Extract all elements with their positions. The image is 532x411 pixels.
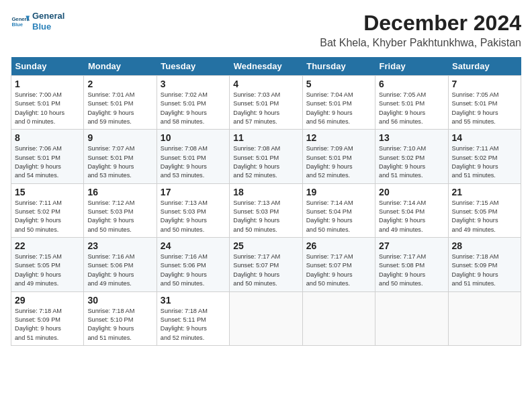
day-info: Sunrise: 7:00 AM Sunset: 5:01 PM Dayligh… [15, 91, 80, 126]
day-info: Sunrise: 7:13 AM Sunset: 5:03 PM Dayligh… [161, 199, 226, 234]
day-number: 9 [87, 132, 152, 143]
column-header-saturday: Saturday [448, 57, 521, 76]
day-info: Sunrise: 7:17 AM Sunset: 5:07 PM Dayligh… [233, 253, 298, 288]
day-info: Sunrise: 7:14 AM Sunset: 5:04 PM Dayligh… [379, 199, 444, 234]
day-number: 31 [161, 295, 226, 306]
logo-general: General [32, 11, 64, 21]
day-number: 22 [15, 240, 80, 251]
calendar-week-1: 1Sunrise: 7:00 AM Sunset: 5:01 PM Daylig… [11, 76, 521, 130]
day-info: Sunrise: 7:16 AM Sunset: 5:06 PM Dayligh… [87, 253, 152, 288]
calendar-cell: 24Sunrise: 7:16 AM Sunset: 5:06 PM Dayli… [157, 238, 229, 291]
day-number: 21 [452, 187, 517, 197]
day-number: 1 [15, 79, 80, 89]
calendar-cell: 28Sunrise: 7:18 AM Sunset: 5:09 PM Dayli… [448, 238, 521, 291]
calendar-cell: 9Sunrise: 7:07 AM Sunset: 5:01 PM Daylig… [84, 130, 157, 183]
day-number: 8 [15, 132, 80, 143]
day-number: 4 [233, 79, 298, 89]
day-info: Sunrise: 7:05 AM Sunset: 5:01 PM Dayligh… [379, 91, 444, 126]
day-info: Sunrise: 7:08 AM Sunset: 5:01 PM Dayligh… [161, 144, 226, 180]
calendar-cell: 18Sunrise: 7:13 AM Sunset: 5:03 PM Dayli… [230, 183, 302, 237]
day-info: Sunrise: 7:13 AM Sunset: 5:03 PM Dayligh… [233, 199, 298, 234]
calendar-cell: 15Sunrise: 7:11 AM Sunset: 5:02 PM Dayli… [11, 183, 84, 237]
calendar-cell: 10Sunrise: 7:08 AM Sunset: 5:01 PM Dayli… [157, 130, 229, 183]
day-info: Sunrise: 7:01 AM Sunset: 5:01 PM Dayligh… [87, 91, 152, 126]
day-info: Sunrise: 7:11 AM Sunset: 5:02 PM Dayligh… [452, 144, 517, 180]
day-number: 16 [87, 187, 152, 197]
day-info: Sunrise: 7:12 AM Sunset: 5:03 PM Dayligh… [87, 199, 152, 234]
calendar-cell: 27Sunrise: 7:17 AM Sunset: 5:08 PM Dayli… [375, 238, 448, 291]
day-info: Sunrise: 7:05 AM Sunset: 5:01 PM Dayligh… [452, 91, 517, 126]
calendar-cell: 1Sunrise: 7:00 AM Sunset: 5:01 PM Daylig… [11, 76, 84, 130]
column-header-thursday: Thursday [302, 57, 375, 76]
logo-icon: General Blue [11, 12, 30, 31]
day-info: Sunrise: 7:16 AM Sunset: 5:06 PM Dayligh… [161, 253, 226, 288]
day-info: Sunrise: 7:18 AM Sunset: 5:10 PM Dayligh… [87, 307, 152, 342]
day-number: 6 [379, 79, 444, 89]
column-header-sunday: Sunday [11, 57, 84, 76]
calendar-cell: 25Sunrise: 7:17 AM Sunset: 5:07 PM Dayli… [230, 238, 302, 291]
day-info: Sunrise: 7:15 AM Sunset: 5:05 PM Dayligh… [452, 199, 517, 234]
day-info: Sunrise: 7:02 AM Sunset: 5:01 PM Dayligh… [161, 91, 226, 126]
day-info: Sunrise: 7:06 AM Sunset: 5:01 PM Dayligh… [15, 144, 80, 180]
calendar-week-4: 22Sunrise: 7:15 AM Sunset: 5:05 PM Dayli… [11, 238, 521, 291]
day-info: Sunrise: 7:15 AM Sunset: 5:05 PM Dayligh… [15, 253, 80, 288]
calendar-cell: 13Sunrise: 7:10 AM Sunset: 5:02 PM Dayli… [375, 130, 448, 183]
day-info: Sunrise: 7:10 AM Sunset: 5:02 PM Dayligh… [379, 144, 444, 180]
calendar-cell: 7Sunrise: 7:05 AM Sunset: 5:01 PM Daylig… [448, 76, 521, 130]
calendar-cell: 6Sunrise: 7:05 AM Sunset: 5:01 PM Daylig… [375, 76, 448, 130]
day-number: 26 [306, 240, 371, 251]
calendar-cell: 22Sunrise: 7:15 AM Sunset: 5:05 PM Dayli… [11, 238, 84, 291]
calendar-week-3: 15Sunrise: 7:11 AM Sunset: 5:02 PM Dayli… [11, 183, 521, 237]
day-number: 3 [161, 79, 226, 89]
calendar-cell: 19Sunrise: 7:14 AM Sunset: 5:04 PM Dayli… [302, 183, 375, 237]
column-header-tuesday: Tuesday [157, 57, 229, 76]
day-number: 2 [87, 79, 152, 89]
calendar-subtitle: Bat Khela, Khyber Pakhtunkhwa, Pakistan [320, 37, 521, 49]
column-header-wednesday: Wednesday [230, 57, 302, 76]
svg-text:Blue: Blue [11, 21, 23, 28]
day-number: 23 [87, 240, 152, 251]
day-info: Sunrise: 7:08 AM Sunset: 5:01 PM Dayligh… [233, 144, 298, 180]
day-number: 17 [161, 187, 226, 197]
calendar-cell: 11Sunrise: 7:08 AM Sunset: 5:01 PM Dayli… [230, 130, 302, 183]
calendar-cell: 14Sunrise: 7:11 AM Sunset: 5:02 PM Dayli… [448, 130, 521, 183]
calendar-cell: 5Sunrise: 7:04 AM Sunset: 5:01 PM Daylig… [302, 76, 375, 130]
calendar-week-5: 29Sunrise: 7:18 AM Sunset: 5:09 PM Dayli… [11, 291, 521, 345]
logo-blue: Blue [32, 21, 64, 32]
day-number: 12 [306, 132, 371, 143]
day-number: 15 [15, 187, 80, 197]
calendar-cell: 21Sunrise: 7:15 AM Sunset: 5:05 PM Dayli… [448, 183, 521, 237]
day-number: 5 [306, 79, 371, 89]
day-number: 14 [452, 132, 517, 143]
day-number: 27 [379, 240, 444, 251]
day-info: Sunrise: 7:17 AM Sunset: 5:07 PM Dayligh… [306, 253, 371, 288]
day-number: 19 [306, 187, 371, 197]
column-header-monday: Monday [84, 57, 157, 76]
day-number: 25 [233, 240, 298, 251]
calendar-cell [230, 291, 302, 345]
calendar-cell [375, 291, 448, 345]
calendar-week-2: 8Sunrise: 7:06 AM Sunset: 5:01 PM Daylig… [11, 130, 521, 183]
day-number: 10 [161, 132, 226, 143]
day-number: 20 [379, 187, 444, 197]
calendar-cell: 31Sunrise: 7:18 AM Sunset: 5:11 PM Dayli… [157, 291, 229, 345]
day-info: Sunrise: 7:11 AM Sunset: 5:02 PM Dayligh… [15, 199, 80, 234]
calendar-cell: 16Sunrise: 7:12 AM Sunset: 5:03 PM Dayli… [84, 183, 157, 237]
calendar-cell: 30Sunrise: 7:18 AM Sunset: 5:10 PM Dayli… [84, 291, 157, 345]
day-number: 18 [233, 187, 298, 197]
calendar-table: SundayMondayTuesdayWednesdayThursdayFrid… [11, 57, 521, 346]
day-info: Sunrise: 7:18 AM Sunset: 5:11 PM Dayligh… [161, 307, 226, 342]
calendar-body: 1Sunrise: 7:00 AM Sunset: 5:01 PM Daylig… [11, 76, 521, 346]
calendar-cell: 23Sunrise: 7:16 AM Sunset: 5:06 PM Dayli… [84, 238, 157, 291]
day-info: Sunrise: 7:14 AM Sunset: 5:04 PM Dayligh… [306, 199, 371, 234]
day-info: Sunrise: 7:04 AM Sunset: 5:01 PM Dayligh… [306, 91, 371, 126]
calendar-cell: 17Sunrise: 7:13 AM Sunset: 5:03 PM Dayli… [157, 183, 229, 237]
logo: General Blue General Blue [11, 11, 64, 32]
day-info: Sunrise: 7:09 AM Sunset: 5:01 PM Dayligh… [306, 144, 371, 180]
day-number: 7 [452, 79, 517, 89]
calendar-cell: 26Sunrise: 7:17 AM Sunset: 5:07 PM Dayli… [302, 238, 375, 291]
day-info: Sunrise: 7:18 AM Sunset: 5:09 PM Dayligh… [452, 253, 517, 288]
column-header-friday: Friday [375, 57, 448, 76]
calendar-cell: 29Sunrise: 7:18 AM Sunset: 5:09 PM Dayli… [11, 291, 84, 345]
title-section: December 2024 Bat Khela, Khyber Pakhtunk… [320, 11, 521, 49]
